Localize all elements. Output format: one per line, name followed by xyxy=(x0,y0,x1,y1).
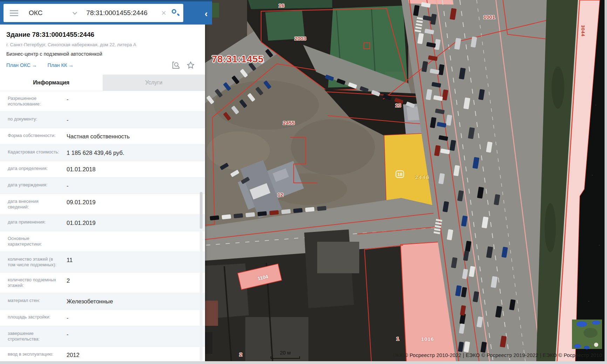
collapse-sidebar-icon[interactable]: ‹ xyxy=(205,10,208,18)
document-search-icon[interactable] xyxy=(172,61,180,69)
plan-links-row: План ОКС → План КК → xyxy=(6,61,199,69)
info-row: площадь застройки:- xyxy=(0,309,205,326)
info-row-label: Кадастровая стоимость: xyxy=(8,149,60,156)
info-row-label: материал стен: xyxy=(8,298,60,305)
sidebar-scrollbar[interactable] xyxy=(200,192,203,361)
plan-oks-link[interactable]: План ОКС → xyxy=(6,62,37,68)
info-row-label: завершение строительства: xyxy=(8,331,60,342)
map-attribution: ПКК © Росреестр 2010-2022 | ЕЭКО © Росре… xyxy=(393,352,602,358)
chevron-down-icon xyxy=(73,10,77,15)
info-row-label: Основные характеристики: xyxy=(8,236,60,247)
search-field: ОКС × xyxy=(4,4,183,22)
tab-services[interactable]: Услуги xyxy=(103,75,205,91)
info-row-value: - xyxy=(67,331,69,342)
info-row-label: Форма собственности: xyxy=(8,133,60,140)
info-row-value: 2012 xyxy=(67,351,80,358)
info-row: ввод в эксплуатацию:2012 xyxy=(0,346,205,363)
info-row-value: Железобетонные xyxy=(67,298,113,305)
info-row-value: 01.01.2018 xyxy=(67,166,96,173)
object-address: г. Санкт-Петербург, Синопская набережная… xyxy=(6,42,199,47)
info-row-label: ввод в эксплуатацию: xyxy=(8,351,60,358)
info-row-value: 2 xyxy=(67,277,70,288)
info-row-value: Частная собственность xyxy=(67,133,130,140)
info-rows: Разрешенное использование:-по документу:… xyxy=(0,91,205,363)
tab-information[interactable]: Информация xyxy=(0,75,103,91)
search-header: ОКС × ‹ xyxy=(0,0,212,25)
info-row-label: дата внесения сведений: xyxy=(8,199,60,210)
info-row: количество подземных этажей:2 xyxy=(0,272,205,293)
object-subtitle: Бизнес-центр с подземной автостоянкой xyxy=(6,51,199,57)
pkk-app: 161001200378:31:145513245518244612110430… xyxy=(0,0,607,364)
scale-bar-line xyxy=(271,356,300,359)
window-right-edge xyxy=(605,0,607,364)
info-sidebar: Здание 78:31:0001455:2446 г. Санкт-Петер… xyxy=(0,0,205,364)
info-row: завершение строительства:- xyxy=(0,326,205,346)
object-title: Здание 78:31:0001455:2446 xyxy=(6,31,199,39)
clear-search-icon[interactable]: × xyxy=(161,9,166,16)
info-row: дата применения:01.01.2019 xyxy=(0,214,205,231)
scale-bar: 20 м xyxy=(271,350,300,359)
info-row-label: дата утверждения: xyxy=(8,182,60,189)
info-row-value: 01.01.2019 xyxy=(67,219,96,226)
info-row: дата внесения сведений:09.01.2019 xyxy=(0,194,205,214)
info-row-label: по документу: xyxy=(8,116,60,123)
favorite-star-icon[interactable] xyxy=(187,61,195,69)
info-row-value: - xyxy=(67,116,69,123)
info-row-label: Разрешенное использование: xyxy=(8,96,60,107)
search-category-label: ОКС xyxy=(29,9,42,17)
info-row: Кадастровая стоимость:1 185 628 439,46 р… xyxy=(0,144,205,161)
info-row: дата определения:01.01.2018 xyxy=(0,161,205,177)
search-input[interactable] xyxy=(86,9,159,17)
info-row-label: дата применения: xyxy=(8,219,60,226)
window-bottom-edge xyxy=(0,361,607,364)
info-row: Основные характеристики: xyxy=(0,231,205,252)
scale-label: 20 м xyxy=(271,350,300,356)
info-row-value: 1 185 628 439,46 руб. xyxy=(67,149,124,156)
info-row-value: 11 xyxy=(67,256,73,268)
info-row: Форма собственности:Частная собственност… xyxy=(0,128,205,144)
info-row-label: количество этажей (в том числе подземных… xyxy=(8,256,60,268)
info-row-value: - xyxy=(67,314,69,321)
minimap-thumbnail xyxy=(572,320,602,349)
info-row-label: количество подземных этажей: xyxy=(8,277,60,288)
info-row: количество этажей (в том числе подземных… xyxy=(0,252,205,272)
info-row: дата утверждения:- xyxy=(0,177,205,194)
panel-tabs: ИнформацияУслуги xyxy=(0,75,205,91)
info-row-value: - xyxy=(67,182,69,189)
sidebar-scrollbar-thumb[interactable] xyxy=(200,192,203,229)
info-row-label: дата определения: xyxy=(8,166,60,173)
info-row: по документу:- xyxy=(0,111,205,128)
info-row-value: 09.01.2019 xyxy=(67,199,96,210)
plan-kk-link[interactable]: План КК → xyxy=(48,62,74,68)
info-row-value: - xyxy=(67,96,69,107)
menu-icon[interactable] xyxy=(10,9,18,18)
search-category-select[interactable]: ОКС xyxy=(18,9,76,17)
search-icon[interactable] xyxy=(172,9,179,17)
info-row-label: площадь застройки: xyxy=(8,314,60,321)
info-row: Разрешенное использование:- xyxy=(0,91,205,111)
info-row: материал стен:Железобетонные xyxy=(0,293,205,309)
